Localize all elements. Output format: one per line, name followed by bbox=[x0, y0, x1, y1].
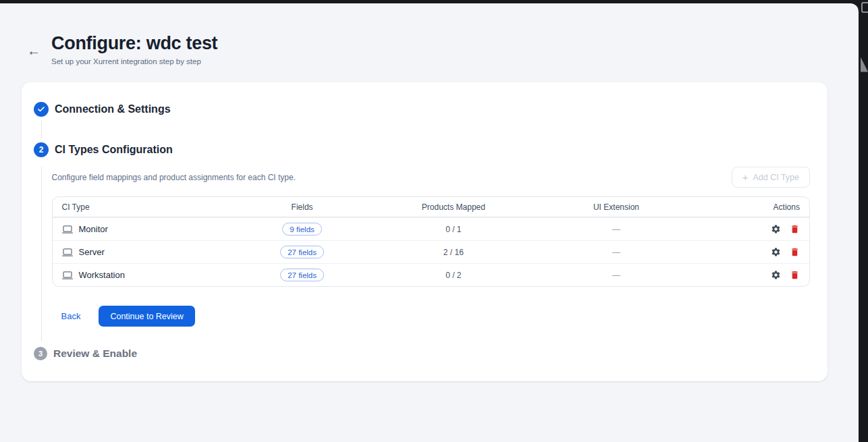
col-ui-extension: UI Extension bbox=[567, 202, 666, 212]
step2-label: CI Types Configuration bbox=[55, 144, 173, 156]
fields-badge[interactable]: 9 fields bbox=[282, 223, 321, 236]
ci-type-name: Monitor bbox=[79, 224, 108, 234]
ui-extension-value: — bbox=[567, 225, 666, 234]
plus-icon: + bbox=[742, 172, 749, 182]
monitor-icon bbox=[62, 271, 73, 280]
partial-window-icon bbox=[861, 2, 868, 13]
ci-type-name: Workstation bbox=[79, 270, 125, 280]
configure-gear-icon[interactable] bbox=[771, 224, 781, 234]
window-edge-strip bbox=[859, 0, 868, 442]
step-connector bbox=[41, 120, 42, 139]
col-ci-type: CI Type bbox=[53, 202, 265, 212]
step2-number-circle: 2 bbox=[34, 142, 49, 157]
col-fields: Fields bbox=[265, 202, 340, 212]
ui-extension-value: — bbox=[567, 248, 666, 257]
delete-trash-icon[interactable] bbox=[790, 270, 800, 280]
back-arrow-icon[interactable]: ← bbox=[27, 44, 51, 57]
configure-gear-icon[interactable] bbox=[771, 247, 781, 257]
app-panel: ← Configure: wdc test Set up your Xurren… bbox=[0, 3, 859, 442]
fields-badge[interactable]: 27 fields bbox=[280, 269, 324, 281]
products-mapped-value: 2 / 16 bbox=[340, 248, 567, 257]
partial-cursor-icon bbox=[861, 57, 868, 72]
table-row-monitor: Monitor 9 fields 0 / 1 — bbox=[53, 217, 810, 240]
step3-label: Review & Enable bbox=[53, 348, 137, 360]
page-subtitle: Set up your Xurrent integration step by … bbox=[51, 57, 217, 65]
monitor-icon bbox=[62, 225, 73, 234]
ci-types-table: CI Type Fields Products Mapped UI Extens… bbox=[52, 196, 811, 287]
table-header-row: CI Type Fields Products Mapped UI Extens… bbox=[53, 197, 810, 217]
back-button[interactable]: Back bbox=[61, 311, 81, 321]
ui-extension-value: — bbox=[567, 271, 666, 280]
wizard-card: Connection & Settings 2 CI Types Configu… bbox=[22, 82, 828, 381]
fields-badge[interactable]: 27 fields bbox=[280, 246, 324, 258]
check-icon bbox=[37, 105, 45, 113]
products-mapped-value: 0 / 2 bbox=[340, 271, 567, 280]
step1-check-circle bbox=[34, 102, 49, 117]
page-title: Configure: wdc test bbox=[51, 33, 217, 54]
delete-trash-icon[interactable] bbox=[790, 224, 800, 234]
delete-trash-icon[interactable] bbox=[790, 247, 800, 257]
continue-to-review-button[interactable]: Continue to Review bbox=[99, 306, 194, 327]
col-products-mapped: Products Mapped bbox=[340, 202, 567, 212]
step-connection-settings[interactable]: Connection & Settings bbox=[34, 102, 810, 117]
section-description: Configure field mappings and product ass… bbox=[52, 173, 296, 182]
step-ci-types[interactable]: 2 CI Types Configuration bbox=[34, 142, 810, 157]
step-review-enable[interactable]: 3 Review & Enable bbox=[34, 347, 810, 360]
step1-label: Connection & Settings bbox=[55, 103, 171, 115]
col-actions: Actions bbox=[666, 202, 809, 212]
ci-type-name: Server bbox=[79, 247, 105, 257]
table-row-workstation: Workstation 27 fields 0 / 2 — bbox=[53, 263, 810, 286]
configure-gear-icon[interactable] bbox=[771, 270, 781, 280]
page-header: ← Configure: wdc test Set up your Xurren… bbox=[27, 33, 217, 65]
step2-body: Configure field mappings and product ass… bbox=[41, 167, 811, 341]
monitor-icon bbox=[62, 248, 73, 257]
products-mapped-value: 0 / 1 bbox=[340, 225, 567, 234]
add-ci-type-button[interactable]: + Add CI Type bbox=[732, 167, 810, 188]
step3-number-circle: 3 bbox=[34, 347, 47, 360]
add-ci-type-label: Add CI Type bbox=[753, 173, 799, 182]
table-row-server: Server 27 fields 2 / 16 — bbox=[53, 240, 810, 263]
